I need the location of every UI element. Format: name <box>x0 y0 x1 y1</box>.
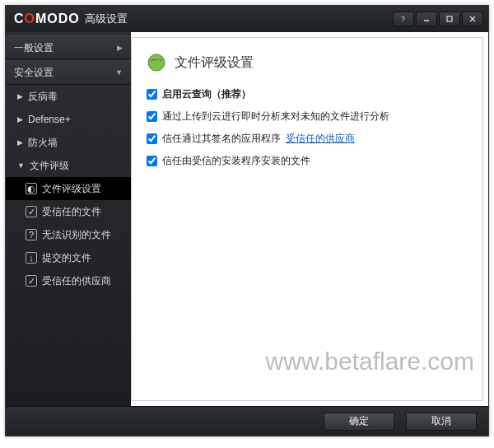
sidebar-section-label: 一般设置 <box>14 41 54 55</box>
checkbox-cloud-lookup[interactable] <box>147 89 157 100</box>
trusted-vendors-link[interactable]: 受信任的供应商 <box>286 132 355 146</box>
download-icon: ↓ <box>26 252 37 264</box>
option-label: 信任通过其签名的应用程序 <box>162 132 281 146</box>
maximize-button[interactable] <box>439 12 460 26</box>
close-button[interactable] <box>462 12 483 26</box>
option-cloud-lookup[interactable]: 启用云查询（推荐） <box>147 87 468 101</box>
page-header: 文件评级设置 <box>147 53 468 72</box>
cancel-button[interactable]: 取消 <box>406 413 477 431</box>
sidebar-subitems: ◐文件评级设置 ✓受信任的文件 ?无法识别的文件 ↓提交的文件 ✓受信任的供应商 <box>6 177 131 292</box>
chevron-right-icon: ▶ <box>17 138 23 147</box>
sidebar-item-file-rating[interactable]: ▼文件评级 <box>6 154 131 177</box>
footer: 确定 取消 <box>6 406 488 436</box>
sidebar-sub-submitted-files[interactable]: ↓提交的文件 <box>6 246 131 269</box>
checkbox-trust-installer[interactable] <box>147 156 157 166</box>
svg-text:?: ? <box>401 15 405 23</box>
chevron-right-icon: ▶ <box>17 115 23 124</box>
chevron-down-icon: ▼ <box>115 68 123 77</box>
sidebar-section-general[interactable]: 一般设置 ▶ <box>6 35 131 60</box>
checkbox-trust-signed[interactable] <box>147 133 157 144</box>
sidebar-sub-unrecognized-files[interactable]: ?无法识别的文件 <box>6 223 131 246</box>
chevron-down-icon: ▼ <box>17 161 25 170</box>
check-icon: ✓ <box>26 206 37 217</box>
ok-button[interactable]: 确定 <box>324 413 394 431</box>
option-label: 启用云查询（推荐） <box>162 87 251 101</box>
option-label: 信任由受信的安装程序安装的文件 <box>162 154 310 168</box>
sidebar: 一般设置 ▶ 安全设置 ▼ ▶反病毒 ▶Defense+ ▶防火墙 ▼文件评级 … <box>6 32 131 406</box>
sidebar-sub-trusted-files[interactable]: ✓受信任的文件 <box>6 200 131 223</box>
option-label: 通过上传到云进行即时分析来对未知的文件进行分析 <box>162 110 389 124</box>
brand-logo: COMODO <box>14 12 80 26</box>
check-icon: ✓ <box>26 275 37 287</box>
svg-rect-2 <box>447 16 452 21</box>
sidebar-section-label: 安全设置 <box>14 66 54 80</box>
page-title: 文件评级设置 <box>175 54 254 72</box>
globe-icon <box>147 53 166 72</box>
target-icon: ◐ <box>26 183 37 194</box>
question-icon: ? <box>26 229 37 240</box>
chevron-right-icon: ▶ <box>17 92 23 100</box>
content-panel: 文件评级设置 启用云查询（推荐） 通过上传到云进行即时分析来对未知的文件进行分析… <box>131 37 483 401</box>
sidebar-item-antivirus[interactable]: ▶反病毒 <box>6 85 131 108</box>
sidebar-section-security[interactable]: 安全设置 ▼ <box>6 60 131 85</box>
chevron-right-icon: ▶ <box>117 44 123 52</box>
settings-window: COMODO 高级设置 ? 一般设置 ▶ 安全设置 ▼ ▶反病毒 ▶Defens… <box>5 5 489 436</box>
option-trust-signed[interactable]: 信任通过其签名的应用程序 受信任的供应商 <box>147 132 468 146</box>
titlebar: COMODO 高级设置 ? <box>6 6 488 32</box>
sidebar-item-defense[interactable]: ▶Defense+ <box>6 108 131 131</box>
sidebar-sub-file-rating-settings[interactable]: ◐文件评级设置 <box>6 177 131 200</box>
window-title: 高级设置 <box>85 12 128 26</box>
checkbox-cloud-analysis[interactable] <box>147 111 157 122</box>
option-trust-installer[interactable]: 信任由受信的安装程序安装的文件 <box>147 154 468 168</box>
watermark: www.betaflare.com <box>266 348 474 376</box>
help-button[interactable]: ? <box>393 12 414 26</box>
minimize-button[interactable] <box>416 12 437 26</box>
sidebar-sub-trusted-vendors[interactable]: ✓受信任的供应商 <box>6 269 131 292</box>
sidebar-item-firewall[interactable]: ▶防火墙 <box>6 131 131 154</box>
option-cloud-analysis[interactable]: 通过上传到云进行即时分析来对未知的文件进行分析 <box>147 110 468 124</box>
